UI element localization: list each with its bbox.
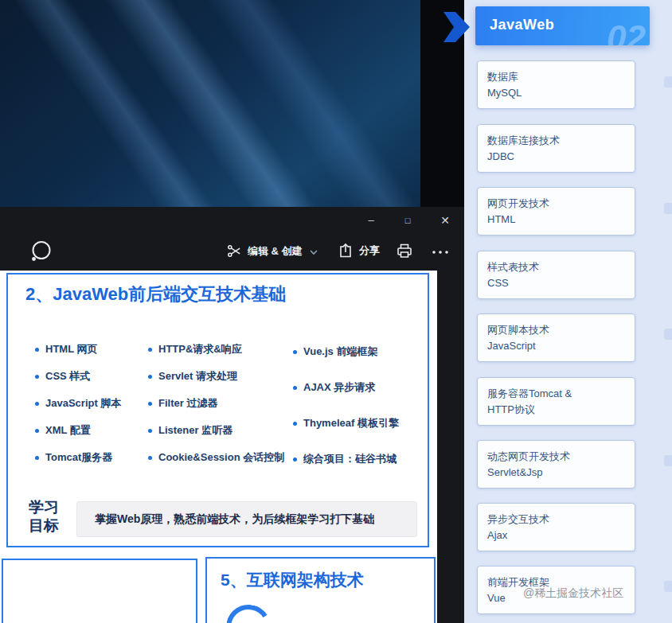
bullet-dot — [293, 458, 297, 461]
bullet-item: Tomcat服务器 — [35, 450, 121, 465]
bullet-column-3: Vue.js 前端框架 AJAX 异步请求 Thymeleaf 模板引擎 综合项… — [293, 344, 399, 467]
share-icon — [338, 243, 354, 259]
bullet-text: AJAX 异步请求 — [303, 380, 375, 395]
maximize-button[interactable]: □ — [396, 209, 420, 232]
chevron-right-icon — [443, 12, 471, 42]
outline-header-number: 02 — [607, 18, 646, 45]
desktop-wallpaper — [0, 0, 420, 207]
goal-label-line2: 目标 — [29, 516, 59, 535]
bullet-item: 综合项目：硅谷书城 — [293, 451, 399, 467]
course-outline-panel: JavaWeb 02 数据库MySQL 数据库连接技术JDBC 网页开发技术HT… — [464, 0, 672, 623]
card-line1: 动态网页开发技术 — [487, 449, 625, 465]
bullet-item: HTML 网页 — [35, 341, 121, 357]
minimize-button[interactable]: – — [359, 209, 383, 232]
card-line1: 网页脚本技术 — [487, 322, 625, 338]
share-button[interactable]: 分享 — [338, 243, 380, 259]
titlebar: – □ ✕ — [0, 207, 464, 234]
bullet-text: HTML 网页 — [45, 342, 97, 356]
bullet-item: Cookie&Session 会话控制 — [148, 450, 284, 465]
bullet-item: Filter 过滤器 — [148, 395, 284, 411]
bullet-item: Servlet 请求处理 — [148, 368, 284, 384]
slide-partial-left — [2, 559, 197, 623]
bullet-text: Thymeleaf 模板引擎 — [303, 416, 399, 430]
bullet-dot — [293, 350, 297, 354]
share-label: 分享 — [359, 243, 380, 258]
outline-header: JavaWeb 02 — [475, 6, 650, 45]
edge-dot — [664, 203, 672, 214]
bullet-text: Servlet 请求处理 — [158, 369, 237, 384]
photo-viewer-window: – □ ✕ — [0, 207, 464, 623]
card-line2: Servlet&Jsp — [487, 465, 625, 481]
bullet-dot — [35, 429, 39, 433]
card-line2: MySQL — [487, 85, 625, 101]
bullet-dot — [35, 348, 39, 352]
print-button[interactable] — [396, 242, 413, 259]
slide-javaweb-basics: 2、JavaWeb前后端交互技术基础 HTML 网页 CSS 样式 JavaSc… — [6, 273, 429, 547]
card-line2: JDBC — [487, 149, 625, 165]
learning-goal-box: 掌握Web原理，熟悉前端技术，为后续框架学习打下基础 — [76, 501, 417, 537]
bullet-item: CSS 样式 — [35, 368, 121, 384]
slide-internet-architecture: 5、互联网架构技术 — [205, 557, 436, 623]
bullet-dot — [35, 402, 39, 406]
bullet-item: XML 配置 — [35, 422, 121, 438]
screenshot-root: – □ ✕ — [0, 0, 672, 623]
bullet-item: HTTP&请求&响应 — [148, 341, 284, 357]
edit-create-label: 编辑 & 创建 — [248, 244, 303, 259]
card-line1: 样式表技术 — [487, 259, 625, 275]
bullet-item: Vue.js 前端框架 — [293, 344, 399, 360]
decorative-arc — [222, 601, 275, 623]
bullet-dot — [148, 375, 152, 379]
bullet-dot — [35, 456, 39, 460]
edit-create-button[interactable]: 编辑 & 创建 — [227, 243, 318, 259]
bullet-dot — [293, 386, 297, 390]
card-line1: 数据库 — [487, 69, 625, 85]
bullet-text: JavaScript 脚本 — [45, 396, 121, 411]
bullet-item: Thymeleaf 模板引擎 — [293, 415, 399, 431]
card-line2: HTML — [487, 212, 625, 228]
outline-card-jdbc: 数据库连接技术JDBC — [477, 124, 635, 173]
edge-dot — [664, 76, 672, 88]
bullet-item: JavaScript 脚本 — [35, 395, 121, 411]
bullet-column-1: HTML 网页 CSS 样式 JavaScript 脚本 XML 配置 Tomc… — [35, 341, 121, 465]
bullet-dot — [293, 422, 297, 426]
bullet-text: CSS 样式 — [45, 369, 90, 384]
draw-gesture-icon — [29, 239, 53, 263]
draw-gesture-button[interactable] — [29, 239, 53, 263]
edit-create-icon — [227, 243, 242, 259]
edge-dot — [664, 455, 672, 466]
close-button[interactable]: ✕ — [433, 209, 457, 232]
card-line2: Ajax — [487, 528, 625, 543]
bullet-column-2: HTTP&请求&响应 Servlet 请求处理 Filter 过滤器 Liste… — [148, 341, 284, 465]
bullet-text: XML 配置 — [45, 423, 91, 438]
watermark: @稀土掘金技术社区 — [523, 586, 623, 601]
bullet-dot — [148, 429, 152, 433]
edge-dot — [664, 581, 672, 592]
outline-card-ajax: 异步交互技术Ajax — [477, 503, 635, 551]
card-line1: 数据库连接技术 — [487, 133, 625, 149]
outline-card-mysql: 数据库MySQL — [477, 60, 635, 109]
bullet-text: Filter 过滤器 — [158, 396, 217, 411]
card-line2: CSS — [487, 275, 625, 291]
bullet-text: HTTP&请求&响应 — [158, 342, 242, 356]
outline-card-html: 网页开发技术HTML — [477, 187, 635, 236]
bullet-text: Vue.js 前端框架 — [303, 345, 377, 359]
card-line2: HTTP协议 — [487, 402, 625, 418]
more-options-button[interactable] — [432, 250, 449, 255]
outline-card-servlet-jsp: 动态网页开发技术Servlet&Jsp — [477, 440, 635, 489]
bullet-dot — [148, 402, 152, 406]
card-line1: 服务容器Tomcat & — [487, 386, 625, 402]
outline-card-tomcat-http: 服务容器Tomcat &HTTP协议 — [477, 377, 635, 426]
outline-card-css: 样式表技术CSS — [477, 251, 635, 299]
goal-label-line1: 学习 — [29, 498, 59, 516]
bullet-text: Cookie&Session 会话控制 — [158, 450, 284, 465]
photo-content: 2、JavaWeb前后端交互技术基础 HTML 网页 CSS 样式 JavaSc… — [0, 271, 437, 623]
bullet-text: 综合项目：硅谷书城 — [303, 452, 397, 466]
outline-header-title: JavaWeb — [490, 17, 554, 33]
bullet-dot — [35, 375, 39, 379]
bullet-item: Listener 监听器 — [148, 422, 284, 438]
learning-goal-label: 学习 目标 — [29, 498, 59, 535]
edge-dot — [664, 329, 672, 340]
slide-title: 5、互联网架构技术 — [221, 569, 364, 591]
card-line1: 异步交互技术 — [487, 512, 625, 528]
goal-text: 掌握Web原理，熟悉前端技术，为后续框架学习打下基础 — [95, 512, 374, 527]
